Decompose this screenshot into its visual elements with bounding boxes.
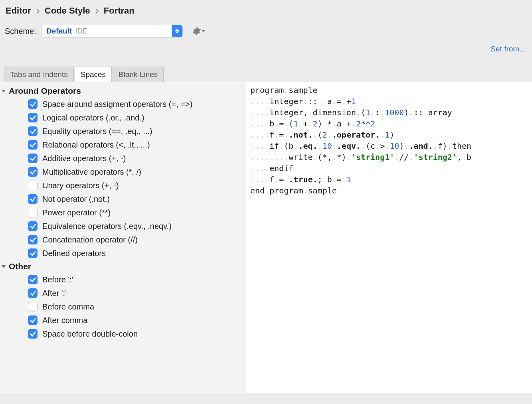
option-row: Additive operators (+, -) bbox=[0, 152, 246, 165]
group-title: Other bbox=[9, 262, 31, 271]
disclosure-triangle-icon bbox=[2, 265, 6, 268]
option-label: Additive operators (+, -) bbox=[42, 154, 126, 163]
option-row: Not operator (.not.) bbox=[0, 192, 246, 206]
option-row: Concatenation operator (//) bbox=[0, 233, 246, 246]
tabs: Tabs and IndentsSpacesBlank Lines bbox=[0, 67, 532, 82]
checkbox[interactable] bbox=[28, 181, 38, 190]
chevron-right-icon bbox=[95, 8, 99, 14]
option-row: Relational operators (<, .lt., ...) bbox=[0, 138, 246, 152]
option-label: Equality operators (==, .eq., ...) bbox=[42, 127, 152, 136]
option-label: Unary operators (+, -) bbox=[42, 181, 119, 190]
breadcrumb-item[interactable]: Fortran bbox=[104, 6, 134, 16]
option-row: Equivalence operators (.eqv., .neqv.) bbox=[0, 219, 246, 233]
checkbox[interactable] bbox=[28, 208, 38, 217]
option-label: Space before double-colon bbox=[42, 329, 138, 339]
option-label: After comma bbox=[42, 316, 87, 325]
tab-tabs-and-indents[interactable]: Tabs and Indents bbox=[4, 67, 74, 82]
option-row: Space before double-colon bbox=[0, 327, 246, 341]
option-label: Defined operators bbox=[42, 249, 106, 258]
checkbox[interactable] bbox=[28, 235, 38, 244]
checkbox[interactable] bbox=[28, 99, 38, 109]
gear-icon bbox=[192, 27, 201, 35]
group-header[interactable]: Other bbox=[0, 260, 246, 273]
scheme-label: Scheme: bbox=[5, 27, 36, 36]
checkbox[interactable] bbox=[28, 248, 38, 258]
option-label: After ':' bbox=[42, 289, 67, 298]
option-label: Concatenation operator (//) bbox=[42, 235, 138, 244]
checkbox[interactable] bbox=[28, 167, 38, 177]
option-label: Equivalence operators (.eqv., .neqv.) bbox=[42, 222, 172, 231]
option-label: Before ':' bbox=[42, 275, 73, 284]
tab-blank-lines[interactable]: Blank Lines bbox=[113, 67, 164, 82]
option-label: Power operator (**) bbox=[42, 208, 111, 217]
option-row: Unary operators (+, -) bbox=[0, 179, 246, 192]
option-row: Before ':' bbox=[0, 273, 246, 286]
option-row: Before comma bbox=[0, 300, 246, 313]
divider bbox=[5, 57, 527, 57]
option-row: After comma bbox=[0, 313, 246, 327]
scheme-badge: IDE bbox=[72, 27, 172, 35]
option-label: Logical operators (.or., .and.) bbox=[42, 113, 144, 122]
option-row: Equality operators (==, .eq., ...) bbox=[0, 124, 246, 138]
options-panel: Around OperatorsSpace around assigment o… bbox=[0, 82, 246, 393]
panels: Around OperatorsSpace around assigment o… bbox=[0, 82, 532, 393]
set-from-link[interactable]: Set from... bbox=[490, 45, 526, 53]
checkbox[interactable] bbox=[28, 302, 38, 311]
option-label: Multiplicative operators (*, /) bbox=[42, 168, 141, 177]
checkbox[interactable] bbox=[28, 154, 38, 163]
option-row: Power operator (**) bbox=[0, 206, 246, 219]
checkbox[interactable] bbox=[28, 140, 38, 150]
checkbox[interactable] bbox=[28, 126, 38, 136]
option-label: Not operator (.not.) bbox=[42, 195, 110, 204]
checkbox[interactable] bbox=[28, 315, 38, 325]
checkbox[interactable] bbox=[28, 113, 38, 122]
option-label: Before comma bbox=[42, 302, 94, 311]
option-row: Multiplicative operators (*, /) bbox=[0, 165, 246, 179]
group-header[interactable]: Around Operators bbox=[0, 85, 246, 97]
checkbox[interactable] bbox=[28, 329, 38, 339]
option-row: After ':' bbox=[0, 286, 246, 300]
scheme-name: Default bbox=[42, 27, 72, 35]
code-preview: program.sample....integer.:: .a.=.+1....… bbox=[246, 82, 532, 393]
tab-spaces[interactable]: Spaces bbox=[75, 67, 112, 82]
chevron-down-icon bbox=[202, 30, 205, 32]
breadcrumb: Editor Code Style Fortran bbox=[0, 0, 532, 20]
group-title: Around Operators bbox=[9, 86, 81, 96]
breadcrumb-item[interactable]: Code Style bbox=[45, 6, 90, 16]
checkbox[interactable] bbox=[28, 221, 38, 231]
checkbox[interactable] bbox=[28, 194, 38, 204]
checkbox[interactable] bbox=[28, 288, 38, 298]
gear-button[interactable] bbox=[192, 27, 205, 35]
checkbox[interactable] bbox=[28, 275, 38, 284]
option-label: Relational operators (<, .lt., ...) bbox=[42, 140, 150, 150]
option-row: Space around assigment operators (=, =>) bbox=[0, 97, 246, 111]
chevron-right-icon bbox=[36, 8, 40, 14]
option-row: Defined operators bbox=[0, 246, 246, 260]
scheme-select[interactable]: Default IDE bbox=[41, 25, 183, 37]
option-label: Space around assigment operators (=, =>) bbox=[42, 100, 192, 109]
updown-icon[interactable] bbox=[172, 25, 182, 37]
option-row: Logical operators (.or., .and.) bbox=[0, 111, 246, 124]
breadcrumb-item[interactable]: Editor bbox=[6, 6, 31, 16]
scheme-row: Scheme: Default IDE bbox=[0, 20, 532, 45]
disclosure-triangle-icon bbox=[2, 90, 6, 93]
